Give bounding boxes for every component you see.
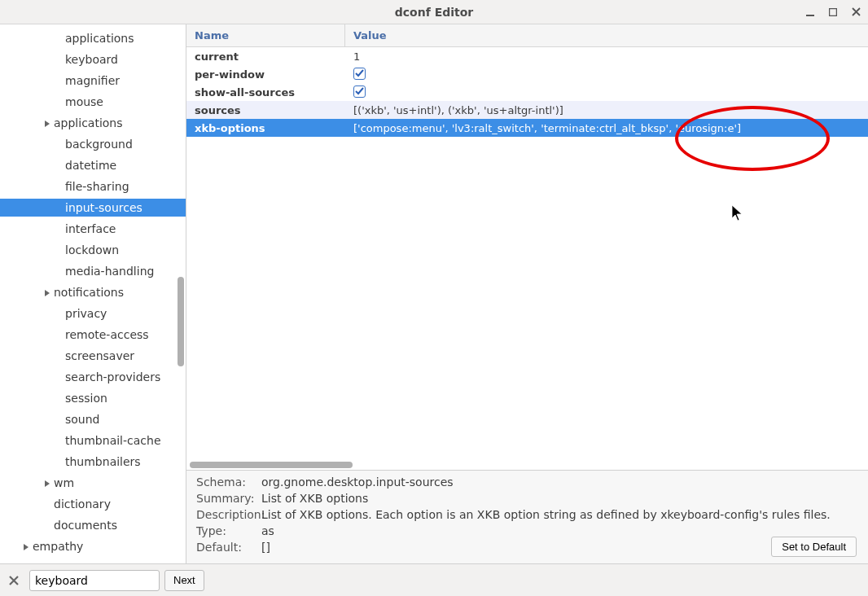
summary-value: List of XKB options — [261, 492, 858, 505]
sidebar-item-label: lockdown — [65, 243, 119, 256]
sidebar-item[interactable]: applications — [0, 114, 186, 132]
summary-label: Summary: — [196, 492, 261, 505]
expander-icon[interactable] — [23, 540, 33, 553]
sidebar-item[interactable]: lockdown — [0, 241, 186, 259]
sidebar-item[interactable]: search-providers — [0, 368, 186, 386]
default-label: Default: — [196, 541, 261, 554]
sidebar-item-label: datetime — [65, 159, 116, 172]
sidebar-item-label: background — [65, 138, 133, 151]
sidebar-item[interactable]: privacy — [0, 305, 186, 322]
setting-name: current — [186, 50, 345, 63]
expander-icon[interactable] — [44, 286, 54, 299]
sidebar-item[interactable]: remote-access — [0, 326, 186, 344]
checkbox-icon[interactable] — [353, 68, 366, 80]
sidebar-item-label: mouse — [65, 95, 103, 108]
search-bar: Next — [0, 563, 868, 596]
horizontal-scrollbar-thumb[interactable] — [190, 462, 353, 468]
window-controls — [804, 0, 861, 24]
schema-value: org.gnome.desktop.input-sources — [261, 475, 858, 489]
sidebar-item[interactable]: datetime — [0, 156, 186, 174]
sidebar-item-label: screensaver — [65, 349, 134, 362]
column-header-name[interactable]: Name — [186, 24, 345, 46]
sidebar-item-label: empathy — [33, 540, 83, 553]
sidebar-item[interactable]: notifications — [0, 283, 186, 301]
sidebar-item[interactable]: file-sharing — [0, 177, 186, 195]
sidebar-item[interactable]: sound — [0, 410, 186, 428]
sidebar-item-label: eog — [33, 561, 54, 563]
minimize-button[interactable] — [804, 7, 816, 18]
default-value: [] — [261, 541, 858, 554]
table-row[interactable]: current1 — [186, 47, 868, 65]
titlebar: dconf Editor — [0, 0, 868, 24]
sidebar-item[interactable]: empathy — [0, 537, 186, 555]
setting-name: xkb-options — [186, 122, 345, 134]
table-row[interactable]: sources[('xkb', 'us+intl'), ('xkb', 'us+… — [186, 101, 868, 119]
setting-name: per-window — [186, 68, 345, 81]
sidebar-item[interactable]: mouse — [0, 93, 186, 111]
sidebar-item[interactable]: applications — [0, 29, 186, 47]
sidebar-item-label: applications — [54, 116, 123, 129]
sidebar-item[interactable]: input-sources — [0, 199, 186, 217]
svg-rect-0 — [806, 15, 814, 16]
sidebar-item[interactable]: documents — [0, 516, 186, 534]
sidebar-item[interactable]: interface — [0, 220, 186, 238]
sidebar-item-label: notifications — [54, 286, 124, 299]
search-input[interactable] — [29, 570, 160, 591]
sidebar-item[interactable]: eog — [0, 559, 186, 563]
sidebar-item[interactable]: thumbnailers — [0, 453, 186, 471]
svg-rect-1 — [830, 8, 837, 15]
sidebar-item[interactable]: magnifier — [0, 72, 186, 90]
description-label: Description: — [196, 508, 261, 521]
search-next-button[interactable]: Next — [164, 570, 204, 591]
sidebar-item-label: input-sources — [65, 201, 142, 214]
table-row[interactable]: xkb-options['compose:menu', 'lv3:ralt_sw… — [186, 119, 868, 137]
sidebar-item[interactable]: media-handling — [0, 262, 186, 280]
type-value: as — [261, 524, 858, 537]
close-button[interactable] — [850, 7, 861, 18]
sidebar-item[interactable]: background — [0, 135, 186, 153]
expander-icon[interactable] — [44, 116, 54, 129]
expander-icon[interactable] — [23, 561, 33, 563]
column-header-value[interactable]: Value — [345, 29, 868, 42]
content-pane: Name Value current1per-windowshow-all-so… — [186, 24, 868, 563]
sidebar-item[interactable]: wm — [0, 474, 186, 492]
horizontal-scrollbar[interactable] — [190, 462, 865, 470]
sidebar-item-label: remote-access — [65, 328, 149, 341]
sidebar-item-label: wm — [54, 476, 74, 489]
setting-name: show-all-sources — [186, 86, 345, 99]
sidebar-item[interactable]: screensaver — [0, 347, 186, 365]
sidebar-item-label: dictionary — [54, 497, 111, 511]
sidebar-item-label: interface — [65, 222, 116, 235]
sidebar-item-label: media-handling — [65, 265, 154, 278]
maximize-button[interactable] — [827, 7, 839, 18]
set-to-default-button[interactable]: Set to Default — [771, 537, 857, 557]
mouse-cursor-icon — [732, 205, 745, 226]
setting-value[interactable] — [345, 85, 868, 99]
table-row[interactable]: per-window — [186, 65, 868, 83]
sidebar-item[interactable]: session — [0, 389, 186, 407]
sidebar-item[interactable]: dictionary — [0, 495, 186, 513]
sidebar-item-label: keyboard — [65, 53, 118, 66]
sidebar-scrollbar-thumb[interactable] — [178, 277, 184, 366]
setting-name: sources — [186, 104, 345, 116]
setting-value[interactable] — [345, 68, 868, 81]
type-label: Type: — [196, 524, 261, 537]
sidebar-item[interactable]: thumbnail-cache — [0, 432, 186, 449]
setting-value[interactable]: [('xkb', 'us+intl'), ('xkb', 'us+altgr-i… — [345, 104, 868, 116]
table-row[interactable]: show-all-sources — [186, 83, 868, 101]
window-title: dconf Editor — [395, 6, 473, 19]
sidebar-item-label: thumbnailers — [65, 455, 141, 468]
sidebar-item-label: search-providers — [65, 370, 160, 383]
setting-value[interactable]: ['compose:menu', 'lv3:ralt_switch', 'ter… — [345, 122, 868, 134]
sidebar-item[interactable]: keyboard — [0, 50, 186, 68]
checkbox-icon[interactable] — [353, 85, 366, 98]
sidebar-tree[interactable]: applicationskeyboardmagnifiermouseapplic… — [0, 24, 186, 563]
table-header: Name Value — [186, 24, 868, 47]
expander-icon[interactable] — [44, 476, 54, 489]
sidebar-item-label: sound — [65, 413, 100, 426]
schema-label: Schema: — [196, 475, 261, 489]
setting-value[interactable]: 1 — [345, 50, 868, 63]
close-search-icon[interactable] — [7, 573, 21, 588]
sidebar-item-label: magnifier — [65, 74, 120, 87]
sidebar-item-label: privacy — [65, 307, 107, 320]
